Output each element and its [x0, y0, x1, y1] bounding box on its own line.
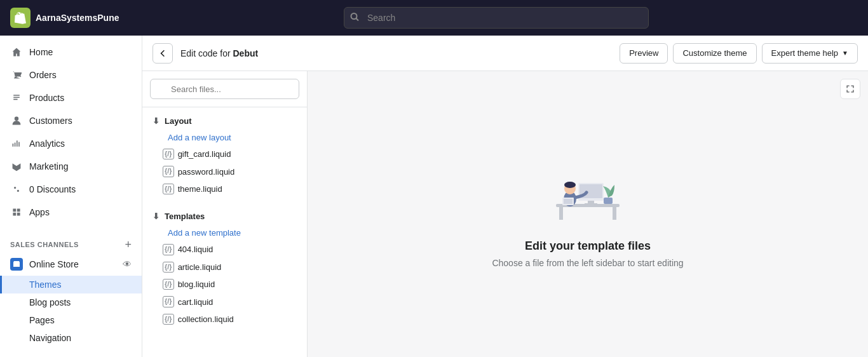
- content-area: Edit code for Debut Preview Customize th…: [142, 36, 868, 357]
- sales-channels-section: SALES CHANNELS +: [0, 229, 142, 253]
- sub-nav-pages[interactable]: Pages: [0, 311, 142, 329]
- main-layout: Home Orders Products Customers: [0, 36, 868, 357]
- discounts-icon: [10, 183, 23, 196]
- search-icon: [350, 13, 359, 24]
- empty-state-title: Edit your template files: [492, 239, 683, 253]
- expert-theme-help-button[interactable]: Expert theme help ▼: [762, 43, 858, 64]
- sidebar-item-products[interactable]: Products: [0, 86, 142, 109]
- empty-state: Edit your template files Choose a file f…: [466, 135, 709, 293]
- file-item[interactable]: {/} article.liquid: [142, 259, 307, 276]
- sidebar-item-analytics[interactable]: Analytics: [0, 132, 142, 155]
- back-button[interactable]: [153, 43, 173, 64]
- customers-icon: [10, 114, 23, 127]
- sidebar-item-marketing[interactable]: Marketing: [0, 155, 142, 178]
- svg-line-1: [356, 18, 359, 21]
- sidebar-item-customers[interactable]: Customers: [0, 109, 142, 132]
- topbar: AarnaSystemsPune: [0, 0, 868, 36]
- sidebar-item-discounts[interactable]: 0 Discounts: [0, 178, 142, 201]
- apps-icon: [10, 206, 23, 219]
- layout-section: ⬇ Layout Add a new layout {/} gift_card.…: [142, 107, 307, 203]
- orders-icon: [10, 69, 23, 81]
- search-input[interactable]: [344, 7, 649, 29]
- sidebar-item-orders[interactable]: Orders: [0, 64, 142, 86]
- home-icon: [10, 46, 23, 58]
- download-icon: ⬇: [153, 116, 159, 126]
- sidebar-item-home[interactable]: Home: [0, 41, 142, 64]
- file-browser: ⬇ Layout Add a new layout {/} gift_card.…: [142, 71, 308, 357]
- file-item[interactable]: {/} theme.liquid: [142, 180, 307, 198]
- dropdown-arrow-icon: ▼: [842, 50, 848, 57]
- file-item[interactable]: {/} password.liquid: [142, 163, 307, 180]
- sidebar: Home Orders Products Customers: [0, 36, 142, 357]
- sidebar-nav: Home Orders Products Customers: [0, 36, 142, 229]
- templates-section: ⬇ Templates Add a new template {/} 404.l…: [142, 203, 307, 333]
- svg-point-0: [351, 13, 357, 19]
- download-icon-2: ⬇: [153, 212, 159, 221]
- svg-rect-8: [613, 207, 616, 220]
- layout-section-header: ⬇ Layout: [142, 112, 307, 130]
- svg-point-2: [14, 187, 16, 189]
- empty-state-subtitle: Choose a file from the left sidebar to s…: [492, 258, 683, 268]
- svg-rect-12: [585, 203, 597, 205]
- products-icon: [10, 91, 23, 104]
- file-search-input[interactable]: [150, 79, 299, 99]
- editor-header: Edit code for Debut Preview Customize th…: [142, 36, 868, 71]
- brand-area: AarnaSystemsPune: [10, 8, 125, 28]
- online-store-item[interactable]: Online Store 👁: [0, 253, 142, 276]
- file-search-area: [142, 71, 307, 107]
- add-new-template-link[interactable]: Add a new template: [142, 225, 307, 241]
- editor-canvas: Edit your template files Choose a file f…: [308, 71, 868, 357]
- expand-button[interactable]: [840, 79, 860, 99]
- file-item[interactable]: {/} blog.liquid: [142, 276, 307, 293]
- customize-theme-button[interactable]: Customize theme: [673, 43, 756, 64]
- svg-point-15: [564, 182, 576, 188]
- brand-name: AarnaSystemsPune: [36, 13, 119, 23]
- editor-body: ⬇ Layout Add a new layout {/} gift_card.…: [142, 71, 868, 357]
- online-store-icon: [10, 258, 23, 271]
- eye-icon: 👁: [123, 259, 132, 269]
- file-item[interactable]: {/} 404.liquid: [142, 241, 307, 258]
- editor-title: Edit code for Debut: [180, 48, 258, 58]
- file-item[interactable]: {/} cart.liquid: [142, 293, 307, 310]
- file-item[interactable]: {/} collection.liquid: [142, 311, 307, 328]
- sub-nav-blog-posts[interactable]: Blog posts: [0, 293, 142, 311]
- shopify-logo: [10, 8, 31, 28]
- empty-state-illustration: [543, 161, 632, 224]
- search-bar[interactable]: [344, 7, 649, 29]
- file-item[interactable]: {/} gift_card.liquid: [142, 145, 307, 163]
- sidebar-item-apps[interactable]: Apps: [0, 201, 142, 224]
- svg-rect-16: [604, 198, 613, 204]
- add-sales-channel-button[interactable]: +: [125, 239, 132, 250]
- templates-section-header: ⬇ Templates: [142, 208, 307, 225]
- svg-rect-7: [559, 207, 563, 220]
- marketing-icon: [10, 160, 23, 173]
- sub-nav-themes[interactable]: Themes: [0, 276, 142, 293]
- svg-point-3: [17, 190, 19, 192]
- svg-rect-18: [564, 199, 573, 204]
- add-new-layout-link[interactable]: Add a new layout: [142, 130, 307, 145]
- analytics-icon: [10, 137, 23, 150]
- sub-nav-navigation[interactable]: Navigation: [0, 329, 142, 347]
- preview-button[interactable]: Preview: [620, 43, 668, 64]
